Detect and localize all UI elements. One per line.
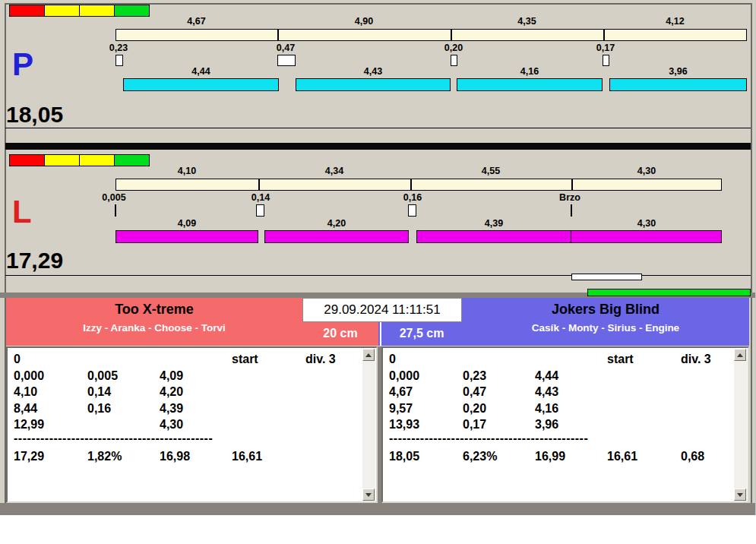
table-row: 12,994,30: [14, 416, 361, 433]
table-row: 4,670,474,43: [389, 384, 732, 400]
flyball-timing-window: 4,67 4,90 4,35 4,12 0,23 0,47 0,20 0,17 …: [0, 0, 756, 515]
table-row: 8,440,164,39: [14, 400, 361, 417]
table-row: 9,570,204,16: [389, 400, 732, 417]
lane-p-changeover-label: 0,23: [88, 43, 149, 53]
changeover-box: [603, 55, 609, 66]
lane-l-letter: L: [12, 196, 32, 228]
team-right-results-table: 0startdiv. 3 0,0000,234,44 4,670,474,43 …: [381, 346, 749, 503]
down-arrow-icon: [365, 493, 372, 497]
lane-l-changeover-label: 0,005: [84, 192, 144, 203]
lane-p-run-bar: [296, 78, 451, 91]
changeover-tick: [115, 204, 116, 217]
table-row: 13,930,173,96: [389, 416, 732, 433]
table-summary-row: 17,291,82%16,9816,61: [14, 448, 361, 465]
lane-l-run-bar: [115, 230, 258, 243]
window-frame-right: [751, 3, 752, 514]
lane-p-run-label: 4,44: [123, 66, 279, 77]
lane-p-split-label: 4,90: [277, 16, 451, 27]
table-separator: ----------------------------------------…: [389, 433, 606, 448]
changeover-box: [277, 55, 296, 66]
status-light-yellow-2: [79, 5, 114, 16]
table-row: 0,0000,0054,09: [14, 368, 361, 384]
team-left-dogs: Izzy - Aranka - Choose - Torvi: [6, 322, 302, 334]
table-header-row: 0startdiv. 3: [14, 351, 361, 368]
table-header-row: 0startdiv. 3: [389, 351, 732, 368]
team-left-results-table: 0startdiv. 3 0,0000,0054,09 4,100,144,20…: [6, 346, 378, 503]
lane-p-split-label: 4,67: [115, 16, 277, 27]
lane-p-changeover-label: 0,20: [423, 43, 484, 53]
changeover-box: [256, 204, 264, 217]
scroll-down-button[interactable]: [734, 489, 746, 501]
lane-p-run-label: 3,96: [609, 66, 747, 77]
screenshot-stage: 4,67 4,90 4,35 4,12 0,23 0,47 0,20 0,17 …: [0, 0, 756, 544]
changeover-box: [451, 55, 457, 66]
lead-cell: 0: [389, 351, 463, 367]
lane-p-run-bar: [609, 78, 747, 91]
lane-l-split-label: 4,55: [410, 166, 571, 176]
lane-p-split-bar: [115, 29, 747, 41]
finish-gate-indicator: [571, 274, 642, 280]
team-right-name: Jokers Big Blind: [462, 302, 749, 318]
lane-l-run-label: 4,30: [571, 218, 722, 229]
lane-l-run-label: 4,09: [115, 218, 258, 229]
down-arrow-icon: [737, 493, 743, 497]
lane-p-run-bar: [123, 78, 279, 91]
split-tick: [410, 179, 412, 190]
lane-l-total-time: 17,29: [6, 249, 63, 272]
team-left-name: Too X-treme: [6, 302, 302, 318]
status-light-green: [114, 155, 149, 166]
lane-l-changeover-label: 0,16: [382, 192, 443, 203]
lane-l-split-label: 4,30: [571, 166, 722, 176]
table-separator: ----------------------------------------…: [14, 433, 230, 448]
lane-l-status-lights: [9, 154, 150, 166]
team-right-dogs: Casík - Monty - Sirius - Engine: [462, 322, 749, 334]
table-rows: 0startdiv. 3 0,0000,0054,09 4,100,144,20…: [14, 351, 361, 464]
table-summary-row: 18,056,23%16,9916,610,68: [389, 448, 732, 465]
status-light-red: [10, 155, 44, 166]
scroll-up-button[interactable]: [734, 349, 746, 361]
lane-l-split-label: 4,34: [258, 166, 410, 176]
datetime-display: 29.09.2024 11:11:51: [302, 298, 462, 322]
status-light-green: [114, 5, 149, 16]
split-tick: [258, 179, 260, 190]
window-bottom-strip: [0, 503, 755, 515]
lane-l-split-bar: [115, 179, 722, 191]
team-left-jump-height: 20 cm: [302, 322, 378, 346]
lane-p-run-label: 4,16: [457, 66, 603, 77]
lane-p-changeover-label: 0,17: [575, 43, 636, 53]
split-tick: [571, 179, 573, 190]
status-light-yellow-1: [44, 155, 79, 166]
lane-l-run-bar: [416, 230, 572, 243]
lane-p-status-lights: [9, 5, 150, 17]
scroll-down-button[interactable]: [362, 489, 375, 501]
lane-p-bottom-line: [5, 128, 751, 128]
up-arrow-icon: [737, 353, 743, 357]
lane-l-run-label: 4,39: [416, 218, 571, 229]
status-light-yellow-1: [44, 5, 79, 16]
split-tick: [277, 30, 279, 40]
lane-separator-band: [5, 143, 751, 150]
lane-p-total-time: 18,05: [6, 103, 63, 126]
scrollbar-track[interactable]: [734, 349, 747, 501]
changeover-box: [115, 55, 123, 66]
lane-p-changeover-label: 0,47: [255, 43, 316, 53]
status-light-yellow-2: [79, 155, 114, 166]
lane-l-run-label: 4,20: [264, 218, 409, 229]
lead-cell: 0: [14, 351, 87, 367]
scrollbar-track[interactable]: [362, 349, 375, 501]
lane-l-run-bar: [571, 230, 722, 243]
start-label: start: [232, 351, 305, 367]
table-row: 0,0000,234,44: [389, 368, 732, 384]
lane-p-split-label: 4,35: [451, 16, 603, 27]
lane-p-run-label: 4,43: [296, 66, 451, 77]
scroll-up-button[interactable]: [362, 349, 375, 361]
lane-l-split-label: 4,10: [115, 166, 258, 176]
lane-l-run-bar: [264, 230, 409, 243]
table-rows: 0startdiv. 3 0,0000,234,44 4,670,474,43 …: [389, 351, 732, 464]
split-tick: [603, 30, 605, 40]
lane-p-run-bar: [457, 78, 603, 91]
table-row: 4,100,144,20: [14, 384, 361, 400]
changeover-tick: [571, 204, 572, 217]
changeover-box: [408, 204, 416, 217]
team-right-jump-height: 27,5 cm: [380, 322, 462, 346]
